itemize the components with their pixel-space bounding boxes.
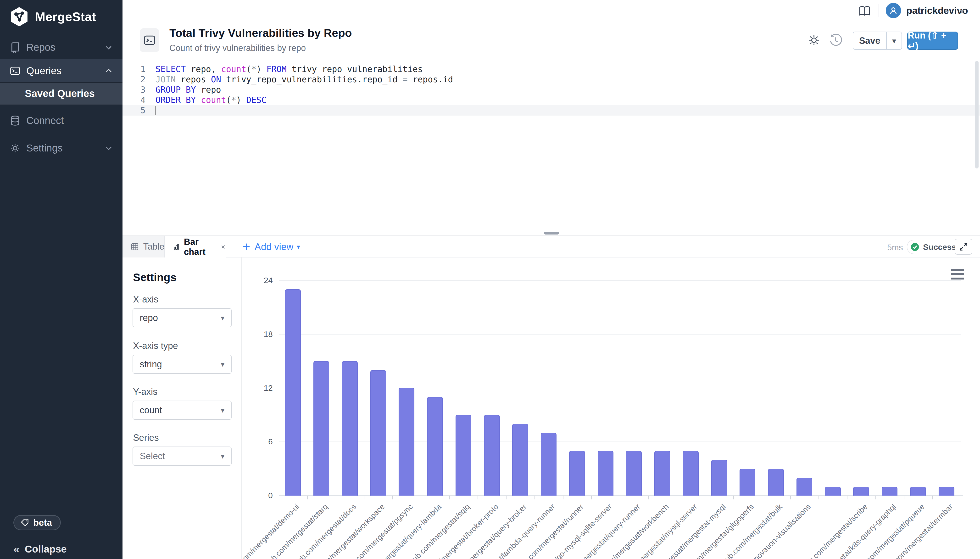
line-number: 3	[122, 85, 145, 95]
query-header: Total Trivy Vulnerabilities by Repo Coun…	[122, 21, 980, 60]
close-tab-icon[interactable]	[220, 243, 226, 251]
x-axis-tick	[733, 496, 734, 499]
tab-bar-chart[interactable]: Bar chart	[165, 236, 226, 258]
bar[interactable]	[541, 433, 557, 496]
line-number: 4	[122, 95, 145, 105]
history-icon[interactable]	[829, 33, 842, 47]
bar[interactable]	[314, 361, 329, 496]
sidebar-item-connect[interactable]: Connect	[0, 109, 122, 132]
chevron-double-left-icon: «	[13, 543, 20, 556]
series-select[interactable]: Select▾	[132, 447, 231, 466]
bar[interactable]	[342, 361, 358, 496]
terminal-icon	[10, 65, 21, 76]
resize-handle[interactable]	[544, 232, 559, 235]
avatar[interactable]	[886, 3, 901, 18]
x-axis-type-label: X-axis type	[133, 341, 178, 351]
sidebar-item-queries[interactable]: Queries	[0, 59, 122, 83]
run-button[interactable]: Run (⇧ + ↵)	[907, 31, 958, 50]
collapse-label: Collapse	[25, 543, 67, 555]
sidebar-item-label: Saved Queries	[25, 88, 95, 99]
sql-editor[interactable]: 1SELECT repo, count(*) FROM trivy_repo_v…	[122, 60, 980, 235]
y-axis-tick-label: 18	[246, 329, 273, 339]
x-axis-tick	[563, 496, 564, 499]
brand[interactable]: MergeStat	[8, 7, 96, 27]
expand-arrows-icon	[959, 242, 968, 252]
tag-icon	[20, 518, 30, 527]
collapse-button[interactable]: « Collapse	[0, 539, 136, 559]
x-axis-tick	[534, 496, 535, 499]
code-token: )	[236, 95, 241, 105]
bar[interactable]	[711, 460, 727, 496]
code-token: repo,	[186, 64, 221, 74]
bar[interactable]	[797, 478, 812, 496]
gridline	[279, 334, 961, 334]
chevron-down-icon	[104, 43, 113, 52]
x-axis-tick	[279, 496, 279, 499]
bar[interactable]	[427, 397, 443, 496]
code-token: FROM	[266, 64, 287, 74]
page-title: Total Trivy Vulnerabilities by Repo	[169, 26, 352, 40]
sidebar-item-repos[interactable]: Repos	[0, 36, 122, 59]
save-dropdown-caret[interactable]: ▾	[886, 31, 902, 50]
bar[interactable]	[398, 388, 415, 496]
bar[interactable]	[285, 289, 301, 496]
bar[interactable]	[484, 415, 500, 496]
beta-label: beta	[33, 518, 52, 528]
query-duration: 5ms	[887, 243, 903, 252]
tab-table[interactable]: Table	[122, 236, 165, 258]
sidebar-item-settings[interactable]: Settings	[0, 137, 122, 160]
bar[interactable]	[825, 487, 841, 496]
bar[interactable]	[598, 451, 613, 496]
x-axis-type-select[interactable]: string▾	[132, 355, 231, 374]
save-label: Save	[859, 36, 881, 46]
y-axis-select[interactable]: count▾	[132, 400, 231, 420]
bar[interactable]	[910, 487, 926, 496]
bar[interactable]	[456, 415, 471, 496]
bar[interactable]	[654, 451, 670, 496]
bar[interactable]	[569, 451, 585, 496]
database-icon	[10, 115, 21, 126]
bar[interactable]	[626, 451, 642, 496]
add-view-button[interactable]: Add view ▾	[242, 236, 300, 258]
sidebar: MergeStat Repos Queries	[0, 0, 122, 559]
editor-scrollbar[interactable]	[975, 61, 978, 169]
bar[interactable]	[512, 424, 528, 496]
bar[interactable]	[740, 469, 755, 496]
docs-book-icon[interactable]	[858, 5, 871, 17]
code-token: trivy_repo_vulnerabilities	[287, 64, 423, 74]
expand-button[interactable]	[955, 239, 972, 255]
x-axis-tick	[620, 496, 620, 499]
bar[interactable]	[853, 487, 869, 496]
username[interactable]: patrickdevivo	[906, 5, 968, 16]
bar[interactable]	[882, 487, 897, 496]
line-number: 5	[122, 105, 145, 116]
chevron-up-icon	[104, 66, 113, 75]
bar[interactable]	[768, 469, 784, 496]
save-button[interactable]: Save	[853, 31, 886, 50]
x-axis-tick	[478, 496, 478, 499]
code-line: 3GROUP BY repo	[122, 85, 980, 95]
gear-icon	[10, 142, 21, 154]
x-axis-tick	[450, 496, 450, 499]
code-token: GROUP BY	[155, 85, 196, 94]
code-line: 5	[122, 105, 980, 116]
bar[interactable]	[683, 451, 699, 496]
x-axis-tick	[762, 496, 762, 499]
sidebar-item-label: Settings	[26, 142, 63, 154]
caret-down-icon: ▾	[221, 452, 225, 460]
sidebar-item-saved-queries[interactable]: Saved Queries	[0, 83, 122, 105]
bar[interactable]	[939, 487, 954, 496]
code-token: trivy_repo_vulnerabilities.repo_id	[221, 74, 403, 84]
chart-menu-icon[interactable]	[951, 269, 964, 280]
caret-down-icon: ▾	[221, 360, 225, 369]
bar[interactable]	[370, 370, 386, 496]
x-axis-tick	[677, 496, 677, 499]
status-label: Success	[923, 242, 956, 252]
user-menu-caret-icon[interactable]: ▾	[960, 6, 964, 16]
x-axis-select[interactable]: repo▾	[132, 308, 231, 327]
terminal-icon	[143, 34, 156, 46]
code-token: JOIN	[155, 74, 175, 84]
query-settings-gear-icon[interactable]	[807, 33, 821, 47]
y-axis-tick-label: 0	[246, 491, 273, 500]
results-tabbar: Table Bar chart Add view ▾ 5ms Success	[122, 236, 980, 258]
